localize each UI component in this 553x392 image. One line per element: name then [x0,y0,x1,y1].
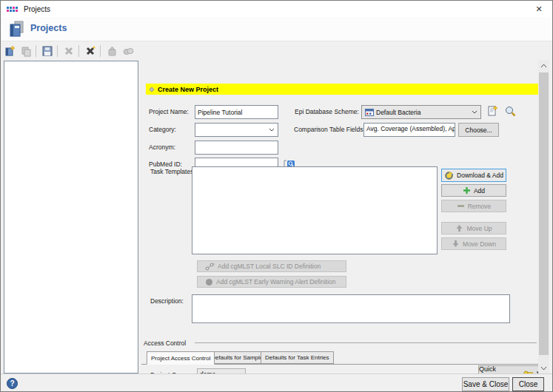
tab-defaults-for-task-entries[interactable]: Defaults for Task Entries [261,351,334,364]
group-divider [195,342,537,343]
purge-icon[interactable] [83,44,98,58]
remove-button[interactable]: Remove [441,200,506,212]
close-button[interactable]: Close [512,377,544,391]
publish-icon[interactable] [104,44,119,58]
cluster-icon [205,263,215,271]
access-control-title: Access Control [144,339,186,347]
projects-dialog: Projects ✕ Projects [0,0,553,392]
download-add-button[interactable]: Download & Add [441,169,506,182]
chevron-down-icon [472,110,477,114]
create-project-form: Create New Project Project Name: Epi Dat… [141,60,549,374]
arrow-up-icon [455,224,463,232]
acronym-label: Acronym: [149,143,175,151]
comparison-fields-value: Avg. Coverage (Assembled), Approximate [363,123,455,137]
new-project-icon[interactable] [2,44,17,58]
toolbar [1,41,552,60]
toolbar-separator [36,45,36,57]
toolbar-separator [57,45,58,57]
remove-label: Remove [468,203,492,210]
epi-scheme-value: Default Bacteria [376,109,420,116]
description-textarea[interactable] [192,294,510,323]
minus-icon [457,202,465,210]
category-combobox[interactable] [195,123,278,137]
add-cgmlst-alert-button[interactable]: Add cgMLST Early Warning Alert Definitio… [197,276,346,288]
alert-circle-icon [205,278,213,286]
add-button[interactable]: Add [441,184,506,197]
pubmed-label: PubMed ID: [149,160,182,168]
svg-text:?: ? [10,379,14,388]
form-scrollbar[interactable] [538,60,549,374]
add-cgmlst-slc-label: Add cgMLST Local SLC ID Definition [218,263,321,270]
move-down-label: Move Down [463,240,496,248]
delete-icon[interactable] [61,44,76,58]
category-label: Category: [149,126,176,133]
scroll-up-arrow[interactable] [538,60,549,72]
description-label: Description: [150,297,184,305]
close-window-button[interactable]: ✕ [526,1,552,17]
projects-book-icon [8,20,26,41]
banner-icon [149,87,155,92]
download-icon [444,171,454,180]
tab-project-access-control[interactable]: Project Access Control [147,351,215,365]
move-up-label: Move Up [466,225,492,232]
search-scheme-icon[interactable] [504,105,517,121]
dialog-body: Create New Project Project Name: Epi Dat… [1,41,552,374]
acronym-input[interactable] [195,141,278,155]
scheme-grid-icon [365,109,374,116]
copy-project-icon[interactable] [19,44,33,58]
scroll-thumb[interactable] [539,72,549,355]
save-icon[interactable] [40,44,55,58]
dialog-header: Projects [1,17,552,41]
arrow-down-icon [452,240,460,248]
task-templates-list[interactable] [192,166,438,254]
epi-scheme-label: Epi Database Scheme: [295,108,359,115]
window-title: Projects [24,5,50,13]
chevron-down-icon [269,128,275,132]
epi-scheme-combobox[interactable]: Default Bacteria [361,105,481,119]
page-title: Projects [30,23,67,33]
toolbar-separator [100,45,101,57]
choose-fields-button[interactable]: Choose... [458,123,499,137]
banner-title: Create New Project [158,86,218,93]
project-name-label: Project Name: [149,108,189,115]
scroll-down-arrow[interactable] [538,362,549,374]
edit-scheme-icon[interactable] [486,104,499,121]
project-name-input[interactable] [195,105,278,119]
section-banner: Create New Project [146,84,538,95]
comparison-fields-label: Comparison Table Fields: [294,126,365,133]
help-icon[interactable]: ? [7,378,18,392]
move-up-button[interactable]: Move Up [441,222,506,234]
toolbar-separator [78,45,79,57]
move-down-button[interactable]: Move Down [441,237,506,250]
share-icon[interactable] [121,44,135,58]
download-add-label: Download & Add [457,172,503,179]
save-close-button[interactable]: Save & Close [462,377,509,391]
projects-list[interactable] [4,61,138,374]
footer-bar: ? Save & Close Close [1,374,552,392]
add-cgmlst-alert-label: Add cgMLST Early Warning Alert Definitio… [216,278,336,285]
plus-icon [463,186,471,195]
app-logo-icon [7,7,19,12]
add-cgmlst-slc-button[interactable]: Add cgMLST Local SLC ID Definition [197,260,346,272]
add-label: Add [474,187,485,195]
title-bar: Projects ✕ [1,1,552,17]
task-templates-label: Task Templates: [150,168,195,175]
